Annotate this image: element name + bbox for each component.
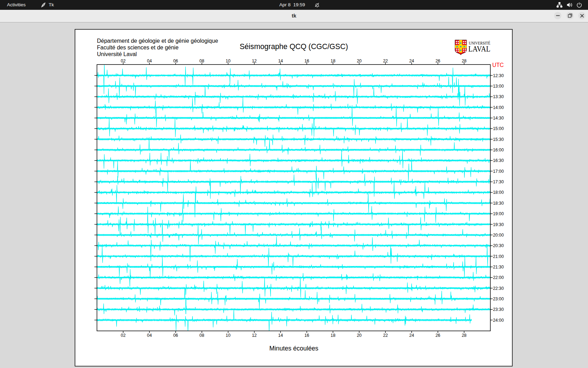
svg-text:LAVAL: LAVAL — [468, 44, 490, 53]
svg-text:18: 18 — [331, 333, 336, 338]
svg-text:21:00: 21:00 — [493, 254, 504, 259]
svg-text:17:00: 17:00 — [493, 169, 504, 174]
svg-text:14:30: 14:30 — [493, 116, 504, 121]
svg-text:24:00: 24:00 — [493, 318, 504, 323]
svg-text:22:30: 22:30 — [493, 286, 504, 291]
svg-text:20: 20 — [357, 333, 362, 338]
svg-text:06: 06 — [173, 59, 178, 63]
svg-text:26: 26 — [435, 59, 440, 63]
svg-text:14: 14 — [278, 333, 283, 338]
svg-text:17:30: 17:30 — [493, 179, 504, 184]
svg-text:02: 02 — [121, 59, 126, 63]
svg-text:08: 08 — [200, 333, 204, 338]
svg-text:12: 12 — [252, 59, 257, 63]
svg-text:24: 24 — [409, 333, 414, 338]
svg-text:28: 28 — [462, 333, 467, 338]
svg-text:23:30: 23:30 — [493, 307, 504, 312]
svg-text:19:00: 19:00 — [493, 211, 504, 216]
svg-text:22:00: 22:00 — [493, 275, 504, 280]
svg-text:12: 12 — [252, 333, 257, 338]
svg-text:Séismographe QCQ (CGC/GSC): Séismographe QCQ (CGC/GSC) — [240, 42, 348, 51]
svg-text:Université Laval: Université Laval — [97, 51, 137, 57]
svg-text:UTC: UTC — [492, 62, 504, 68]
svg-text:16: 16 — [304, 59, 309, 63]
svg-text:16: 16 — [304, 333, 309, 338]
svg-text:18: 18 — [331, 59, 336, 63]
svg-text:Faculté des sciences et de gén: Faculté des sciences et de génie — [97, 45, 178, 50]
svg-text:21:30: 21:30 — [493, 265, 504, 270]
svg-text:08: 08 — [200, 59, 204, 63]
svg-text:15:30: 15:30 — [493, 137, 504, 142]
svg-text:13:00: 13:00 — [493, 84, 504, 89]
svg-text:23:00: 23:00 — [493, 297, 504, 301]
svg-text:18:30: 18:30 — [493, 201, 504, 206]
svg-text:14: 14 — [278, 59, 283, 63]
svg-text:24: 24 — [409, 59, 414, 63]
svg-text:22: 22 — [383, 333, 388, 338]
svg-text:22: 22 — [383, 59, 388, 63]
svg-text:16:00: 16:00 — [493, 148, 504, 152]
svg-text:15:00: 15:00 — [493, 126, 504, 131]
svg-text:10: 10 — [226, 59, 231, 63]
svg-text:20: 20 — [357, 59, 362, 63]
svg-text:14:00: 14:00 — [493, 105, 504, 110]
svg-text:Minutes écoulées: Minutes écoulées — [269, 345, 318, 352]
svg-text:04: 04 — [147, 59, 152, 63]
svg-text:20:00: 20:00 — [493, 233, 504, 238]
svg-text:16:30: 16:30 — [493, 158, 504, 163]
svg-text:12:30: 12:30 — [493, 73, 504, 78]
svg-text:18:00: 18:00 — [493, 190, 504, 195]
svg-text:Département de géologie et de: Département de géologie et de génie géol… — [97, 38, 218, 44]
svg-text:26: 26 — [435, 333, 440, 338]
svg-text:19:30: 19:30 — [493, 222, 504, 227]
svg-text:04: 04 — [147, 333, 152, 338]
svg-text:06: 06 — [173, 333, 178, 338]
svg-text:20:30: 20:30 — [493, 243, 504, 248]
svg-text:13:30: 13:30 — [493, 94, 504, 99]
svg-text:02: 02 — [121, 333, 126, 338]
svg-text:10: 10 — [226, 333, 231, 338]
svg-text:28: 28 — [462, 59, 467, 63]
